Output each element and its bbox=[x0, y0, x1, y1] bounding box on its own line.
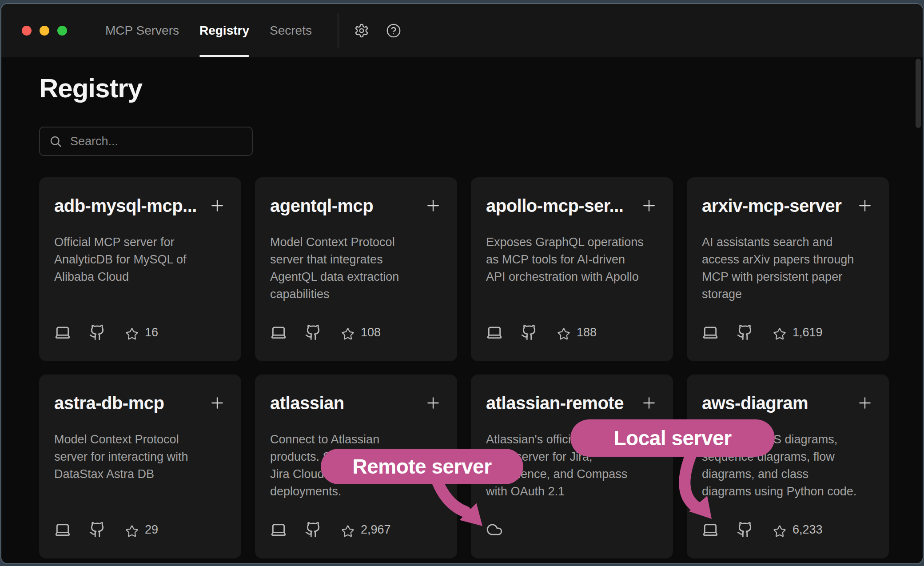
server-meta: 16 bbox=[54, 324, 226, 341]
tab-secrets[interactable]: Secrets bbox=[270, 4, 312, 57]
server-meta bbox=[486, 521, 658, 538]
app-window: MCP Servers Registry Secrets Registry bbox=[0, 3, 924, 564]
server-card-aws-diagram[interactable]: aws-diagram Generate AWS diagrams, seque… bbox=[687, 375, 889, 558]
server-description: Model Context Protocol server that integ… bbox=[270, 234, 442, 303]
laptop-icon bbox=[270, 324, 287, 341]
add-server-button[interactable] bbox=[856, 197, 874, 215]
star-icon bbox=[557, 326, 570, 339]
github-icon bbox=[737, 521, 753, 538]
server-description: Atlassian's official MCP server for Jira… bbox=[486, 431, 658, 500]
server-card-apollo-mcp-server[interactable]: apollo-mcp-ser... Exposes GraphQL operat… bbox=[471, 177, 673, 361]
laptop-icon bbox=[54, 324, 71, 341]
help-icon bbox=[386, 23, 401, 38]
search-box bbox=[39, 127, 253, 156]
add-server-button[interactable] bbox=[424, 394, 442, 412]
page-title: Registry bbox=[39, 73, 142, 104]
settings-button[interactable] bbox=[353, 22, 370, 40]
server-name: apollo-mcp-ser... bbox=[486, 196, 636, 216]
server-meta: 108 bbox=[270, 324, 442, 341]
star-icon bbox=[125, 523, 139, 536]
tab-registry[interactable]: Registry bbox=[199, 4, 249, 57]
laptop-icon bbox=[486, 324, 503, 341]
server-meta: 1,619 bbox=[702, 324, 874, 341]
star-icon bbox=[773, 326, 786, 339]
server-card-arxiv-mcp-server[interactable]: arxiv-mcp-server AI assistants search an… bbox=[687, 177, 889, 361]
laptop-icon bbox=[702, 521, 719, 538]
server-name: arxiv-mcp-server bbox=[702, 196, 852, 216]
laptop-icon bbox=[702, 324, 719, 341]
registry-grid: adb-mysql-mcp... Official MCP server for… bbox=[39, 177, 889, 558]
vertical-scrollbar[interactable] bbox=[916, 59, 921, 128]
star-count: 2,967 bbox=[361, 523, 391, 537]
server-name: astra-db-mcp bbox=[54, 393, 204, 413]
help-button[interactable] bbox=[385, 22, 402, 40]
server-description: Generate AWS diagrams, sequence diagrams… bbox=[702, 431, 874, 500]
server-card-agentql-mcp[interactable]: agentql-mcp Model Context Protocol serve… bbox=[255, 177, 457, 361]
star-count: 188 bbox=[577, 326, 597, 339]
add-server-button[interactable] bbox=[640, 394, 658, 412]
star-icon bbox=[125, 326, 139, 339]
plus-icon bbox=[208, 197, 226, 215]
search-icon bbox=[49, 135, 62, 148]
server-description: Connect to Atlassian products. Supports … bbox=[270, 431, 442, 500]
server-name: atlassian-remote bbox=[486, 393, 636, 413]
server-description: Exposes GraphQL operations as MCP tools … bbox=[486, 234, 658, 286]
star-icon bbox=[341, 523, 354, 536]
server-meta: 188 bbox=[486, 324, 658, 341]
main-tabs: MCP Servers Registry Secrets bbox=[105, 4, 332, 57]
server-name: aws-diagram bbox=[702, 393, 852, 413]
plus-icon bbox=[640, 394, 658, 412]
server-description: AI assistants search and access arXiv pa… bbox=[702, 234, 874, 303]
server-name: adb-mysql-mcp... bbox=[54, 196, 204, 216]
plus-icon bbox=[424, 197, 442, 215]
gear-icon bbox=[354, 23, 369, 38]
star-count: 6,233 bbox=[793, 523, 823, 537]
add-server-button[interactable] bbox=[640, 197, 658, 215]
star-count: 1,619 bbox=[793, 326, 823, 339]
plus-icon bbox=[856, 197, 874, 215]
tab-mcp-servers[interactable]: MCP Servers bbox=[105, 4, 179, 57]
laptop-icon bbox=[270, 521, 287, 538]
star-count: 108 bbox=[361, 326, 381, 339]
add-server-button[interactable] bbox=[208, 197, 226, 215]
plus-icon bbox=[640, 197, 658, 215]
github-icon bbox=[89, 521, 106, 538]
star-icon bbox=[773, 523, 786, 536]
search-input[interactable] bbox=[70, 135, 243, 148]
github-icon bbox=[521, 324, 538, 341]
server-card-atlassian-remote[interactable]: atlassian-remote Atlassian's official MC… bbox=[471, 375, 673, 558]
server-card-atlassian[interactable]: atlassian Connect to Atlassian products.… bbox=[255, 375, 457, 558]
add-server-button[interactable] bbox=[208, 394, 226, 412]
laptop-icon bbox=[54, 521, 71, 538]
plus-icon bbox=[208, 394, 226, 412]
star-count: 16 bbox=[145, 326, 158, 339]
add-server-button[interactable] bbox=[424, 197, 442, 215]
server-card-adb-mysql-mcp[interactable]: adb-mysql-mcp... Official MCP server for… bbox=[39, 177, 241, 361]
traffic-lights bbox=[22, 4, 67, 57]
server-card-astra-db-mcp[interactable]: astra-db-mcp Model Context Protocol serv… bbox=[39, 375, 241, 558]
server-description: Model Context Protocol server for intera… bbox=[54, 431, 226, 483]
server-name: atlassian bbox=[270, 393, 420, 413]
star-count: 29 bbox=[145, 523, 158, 537]
plus-icon bbox=[424, 394, 442, 412]
server-meta: 2,967 bbox=[270, 521, 442, 538]
cloud-icon bbox=[486, 521, 503, 538]
server-name: agentql-mcp bbox=[270, 196, 420, 216]
titlebar: MCP Servers Registry Secrets bbox=[1, 4, 923, 57]
github-icon bbox=[737, 324, 753, 341]
github-icon bbox=[305, 521, 322, 538]
github-icon bbox=[305, 324, 322, 341]
add-server-button[interactable] bbox=[856, 394, 874, 412]
minimize-button[interactable] bbox=[40, 26, 49, 36]
github-icon bbox=[89, 324, 106, 341]
server-meta: 6,233 bbox=[702, 521, 874, 538]
plus-icon bbox=[856, 394, 874, 412]
server-description: Official MCP server for AnalyticDB for M… bbox=[54, 234, 226, 286]
star-icon bbox=[341, 326, 354, 339]
server-meta: 29 bbox=[54, 521, 226, 538]
zoom-button[interactable] bbox=[57, 26, 67, 36]
close-button[interactable] bbox=[22, 26, 32, 36]
toolbar-divider bbox=[338, 13, 339, 48]
